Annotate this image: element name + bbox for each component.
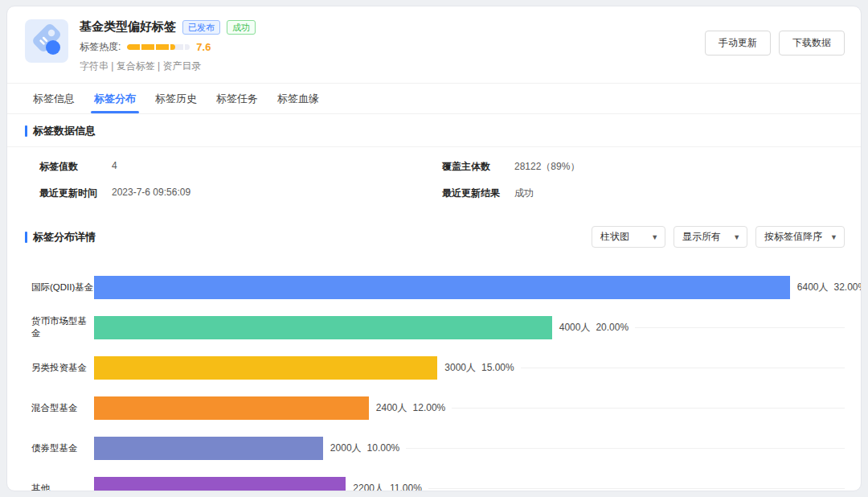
bar[interactable] bbox=[94, 396, 369, 420]
chart-row: 货币市场型基金4000人20.00% bbox=[31, 307, 845, 347]
tab-tag-tasks[interactable]: 标签任务 bbox=[215, 84, 260, 113]
popularity-label: 标签热度: bbox=[80, 40, 121, 54]
tag-meta-attributes: 字符串 | 复合标签 | 资产目录 bbox=[80, 60, 705, 73]
sort-order-select[interactable]: 按标签值降序 ▼ bbox=[755, 226, 845, 248]
display-filter-select-value: 显示所有 bbox=[682, 230, 721, 244]
bar-plot-area: 6400人32.00% bbox=[94, 276, 845, 299]
chart-type-select[interactable]: 柱状图 ▼ bbox=[592, 226, 665, 248]
popularity-progress-segments bbox=[127, 44, 190, 50]
gridline-leader bbox=[406, 448, 845, 449]
bar-value-label: 6400人32.00% bbox=[797, 281, 862, 294]
distribution-title: 标签分布详情 bbox=[33, 230, 96, 244]
tag-data-info-section: 标签数据信息 标签值数 4 覆盖主体数 28122（89%） 最近更新时间 20… bbox=[7, 114, 861, 216]
published-status-badge: 已发布 bbox=[182, 20, 220, 35]
gridline-leader bbox=[452, 408, 845, 409]
section-accent-bar bbox=[25, 125, 27, 137]
bar-plot-area: 3000人15.00% bbox=[94, 356, 845, 380]
category-label: 货币市场型基金 bbox=[31, 315, 94, 339]
manual-update-button[interactable]: 手动更新 bbox=[705, 31, 771, 55]
bar-value-label: 2400人12.00% bbox=[376, 401, 445, 415]
chart-row: 其他2200人11.00% bbox=[31, 468, 845, 491]
tab-tag-distribution[interactable]: 标签分布 bbox=[92, 84, 137, 113]
field-label: 覆盖主体数 bbox=[442, 160, 514, 174]
bar-plot-area: 2400人12.00% bbox=[94, 396, 845, 420]
bar[interactable] bbox=[94, 477, 346, 492]
chart-row: 另类投资基金3000人15.00% bbox=[31, 347, 845, 388]
category-label: 国际(QDII)基金 bbox=[31, 281, 94, 294]
category-label: 债券型基金 bbox=[31, 442, 94, 454]
header: 基金类型偏好标签 已发布 成功 标签热度: 7.6 字符串 | 复合标签 | 资… bbox=[7, 6, 861, 84]
field-coverage-count: 覆盖主体数 28122（89%） bbox=[442, 160, 845, 174]
section-accent-bar bbox=[25, 232, 27, 243]
field-label: 标签值数 bbox=[39, 160, 112, 174]
popularity-row: 标签热度: 7.6 bbox=[80, 40, 705, 54]
tag-data-info-title: 标签数据信息 bbox=[33, 124, 96, 138]
field-label: 最近更新时间 bbox=[39, 187, 112, 200]
chart-row: 国际(QDII)基金6400人32.00% bbox=[31, 267, 845, 307]
bar-value-label: 2000人10.00% bbox=[330, 442, 399, 455]
bar-value-label: 2200人11.00% bbox=[353, 482, 422, 492]
bar[interactable] bbox=[94, 356, 437, 380]
field-label: 最近更新结果 bbox=[442, 187, 514, 200]
gridline-leader bbox=[428, 488, 845, 489]
tag-detail-card: 基金类型偏好标签 已发布 成功 标签热度: 7.6 字符串 | 复合标签 | 资… bbox=[6, 6, 862, 491]
field-last-update-time: 最近更新时间 2023-7-6 09:56:09 bbox=[39, 187, 442, 200]
popularity-value: 7.6 bbox=[196, 41, 211, 53]
tag-icon bbox=[25, 19, 68, 63]
bar[interactable] bbox=[94, 437, 323, 460]
tab-tag-info[interactable]: 标签信息 bbox=[31, 84, 76, 113]
distribution-bar-chart: 国际(QDII)基金6400人32.00%货币市场型基金4000人20.00%另… bbox=[7, 256, 861, 491]
category-label: 另类投资基金 bbox=[31, 362, 94, 374]
gridline-leader bbox=[635, 327, 845, 328]
field-tag-value-count: 标签值数 4 bbox=[39, 160, 442, 174]
success-status-badge: 成功 bbox=[227, 20, 256, 35]
bar-value-label: 3000人15.00% bbox=[444, 361, 514, 375]
chart-controls: 柱状图 ▼ 显示所有 ▼ 按标签值降序 ▼ bbox=[592, 226, 845, 248]
distribution-title-row: 标签分布详情 柱状图 ▼ 显示所有 ▼ 按标签值降序 ▼ bbox=[7, 216, 861, 256]
sort-order-select-value: 按标签值降序 bbox=[764, 230, 822, 244]
chart-row: 混合型基金2400人12.00% bbox=[31, 388, 845, 428]
header-info: 基金类型偏好标签 已发布 成功 标签热度: 7.6 字符串 | 复合标签 | 资… bbox=[80, 19, 705, 73]
tag-distribution-section: 标签分布详情 柱状图 ▼ 显示所有 ▼ 按标签值降序 ▼ 国际 bbox=[7, 216, 861, 491]
bar-plot-area: 2000人10.00% bbox=[94, 437, 845, 460]
field-value: 4 bbox=[112, 160, 117, 174]
bar[interactable] bbox=[94, 316, 552, 339]
bar-plot-area: 2200人11.00% bbox=[94, 477, 845, 492]
field-value: 成功 bbox=[514, 187, 534, 200]
tab-bar: 标签信息 标签分布 标签历史 标签任务 标签血缘 bbox=[7, 84, 861, 114]
header-actions: 手动更新 下载数据 bbox=[705, 31, 845, 55]
field-last-update-result: 最近更新结果 成功 bbox=[442, 187, 845, 200]
chart-row: 债券型基金2000人10.00% bbox=[31, 428, 845, 468]
chevron-down-icon: ▼ bbox=[733, 233, 740, 241]
bar-plot-area: 4000人20.00% bbox=[94, 316, 845, 339]
gridline-leader bbox=[521, 368, 845, 368]
chevron-down-icon: ▼ bbox=[651, 233, 658, 241]
tag-data-info-title-row: 标签数据信息 bbox=[7, 114, 861, 147]
category-label: 其他 bbox=[31, 483, 94, 492]
page-background: 基金类型偏好标签 已发布 成功 标签热度: 7.6 字符串 | 复合标签 | 资… bbox=[0, 0, 868, 497]
download-data-button[interactable]: 下载数据 bbox=[779, 31, 845, 55]
tab-tag-history[interactable]: 标签历史 bbox=[154, 84, 199, 113]
title-row: 基金类型偏好标签 已发布 成功 bbox=[80, 19, 705, 35]
popularity-progress-bar bbox=[127, 44, 190, 50]
tag-data-fields: 标签值数 4 覆盖主体数 28122（89%） 最近更新时间 2023-7-6 … bbox=[7, 147, 861, 216]
field-value: 2023-7-6 09:56:09 bbox=[112, 187, 190, 200]
display-filter-select[interactable]: 显示所有 ▼ bbox=[674, 226, 747, 248]
chevron-down-icon: ▼ bbox=[830, 233, 837, 241]
tab-tag-lineage[interactable]: 标签血缘 bbox=[276, 84, 321, 113]
page-title: 基金类型偏好标签 bbox=[80, 19, 176, 35]
bar-value-label: 4000人20.00% bbox=[559, 321, 628, 335]
chart-type-select-value: 柱状图 bbox=[600, 230, 629, 244]
bar[interactable] bbox=[94, 276, 790, 299]
field-value: 28122（89%） bbox=[514, 160, 579, 174]
category-label: 混合型基金 bbox=[31, 402, 94, 414]
